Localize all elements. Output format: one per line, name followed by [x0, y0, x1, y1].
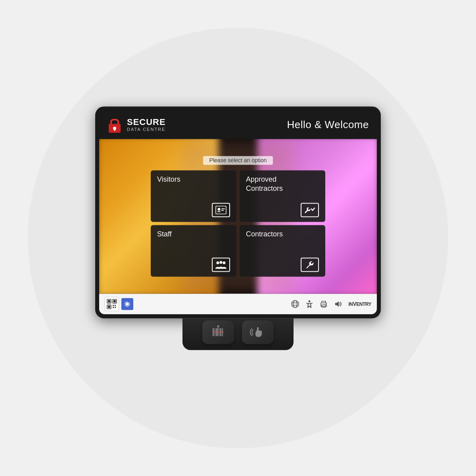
svg-rect-18: [113, 305, 114, 306]
svg-rect-13: [108, 300, 110, 302]
svg-rect-21: [115, 307, 116, 308]
background-circle: SECURE DATA CENTRE Hello & Welcome Pleas…: [28, 28, 448, 448]
print-icon[interactable]: [318, 298, 329, 309]
sound-svg: [334, 299, 342, 308]
bottom-right: INVENTRY: [290, 298, 371, 309]
contractors-label: Contractors: [246, 230, 319, 239]
approved-contractors-icon-wrap: [246, 203, 319, 217]
staff-button[interactable]: Staff: [151, 225, 236, 276]
screen-frame: SECURE DATA CENTRE Hello & Welcome Pleas…: [95, 106, 381, 318]
approved-contractors-label: ApprovedContractors: [246, 175, 319, 193]
prompt-text: Please select an option: [203, 156, 273, 165]
group-icon: [212, 257, 230, 272]
approved-contractors-button[interactable]: ApprovedContractors: [240, 170, 325, 222]
screen-bottom: INVENTRY: [99, 294, 377, 314]
accessibility-icon[interactable]: [304, 298, 315, 309]
lock-icon: [107, 116, 122, 133]
staff-label: Staff: [157, 230, 230, 239]
svg-rect-3: [114, 128, 115, 131]
wrench-check-svg: [303, 205, 316, 214]
print-svg: [319, 299, 328, 308]
settings-icon[interactable]: [121, 298, 133, 310]
kiosk-base: [182, 318, 294, 350]
svg-rect-7: [221, 208, 225, 209]
contractors-icon-wrap: [246, 257, 319, 272]
group-svg: [215, 260, 227, 269]
svg-rect-19: [115, 305, 116, 306]
nfc-reader-button[interactable]: [242, 320, 274, 344]
kiosk-device: SECURE DATA CENTRE Hello & Welcome Pleas…: [95, 106, 381, 350]
svg-point-23: [292, 300, 299, 307]
visitors-icon-wrap: [157, 203, 230, 217]
welcome-message: Hello & Welcome: [287, 119, 369, 131]
svg-point-9: [217, 261, 219, 264]
accessibility-svg: [305, 299, 314, 308]
globe-icon[interactable]: [290, 298, 301, 309]
options-grid: Visitors: [151, 170, 325, 276]
brand-title: SECURE: [127, 118, 166, 127]
svg-rect-20: [113, 307, 114, 308]
svg-rect-29: [322, 305, 326, 307]
svg-rect-6: [217, 211, 221, 212]
qr-code-icon: [105, 297, 119, 311]
staff-icon-wrap: [157, 257, 230, 272]
svg-point-10: [220, 261, 223, 264]
svg-rect-15: [113, 300, 116, 302]
screen-header: SECURE DATA CENTRE Hello & Welcome: [99, 110, 377, 139]
qr-svg: [107, 299, 117, 309]
content-overlay: Please select an option Visitors: [99, 139, 377, 294]
wrench-check-icon: [301, 203, 319, 217]
id-card-icon: [212, 203, 230, 217]
inventry-logo: INVENTRY: [348, 301, 371, 307]
svg-point-30: [325, 303, 326, 304]
screen-content: Please select an option Visitors: [99, 139, 377, 294]
logo-area: SECURE DATA CENTRE: [107, 116, 166, 133]
barcode-reader-icon: [211, 325, 225, 339]
visitors-label: Visitors: [157, 175, 230, 184]
visitors-button[interactable]: Visitors: [151, 170, 236, 222]
bottom-left: [105, 297, 133, 311]
wrench-svg: [304, 259, 315, 270]
svg-rect-4: [216, 206, 226, 214]
settings-svg: [124, 300, 131, 307]
svg-rect-8: [221, 210, 224, 211]
svg-rect-17: [108, 305, 110, 308]
barcode-reader-button[interactable]: [202, 320, 234, 344]
contractors-button[interactable]: Contractors: [240, 225, 325, 276]
svg-point-27: [309, 300, 311, 302]
wrench-icon: [301, 257, 319, 272]
screen-inner: SECURE DATA CENTRE Hello & Welcome Pleas…: [99, 110, 377, 314]
inventry-label: INVENTRY: [348, 301, 371, 307]
svg-point-5: [218, 208, 221, 211]
brand-subtitle: DATA CENTRE: [127, 127, 166, 132]
nfc-reader-icon: [250, 325, 266, 339]
bottom-icons: [290, 298, 344, 309]
svg-point-24: [293, 300, 297, 307]
globe-svg: [291, 299, 299, 308]
sound-icon[interactable]: [332, 298, 344, 309]
svg-point-11: [223, 261, 226, 264]
id-card-svg: [215, 205, 226, 214]
brand-text: SECURE DATA CENTRE: [127, 118, 166, 132]
